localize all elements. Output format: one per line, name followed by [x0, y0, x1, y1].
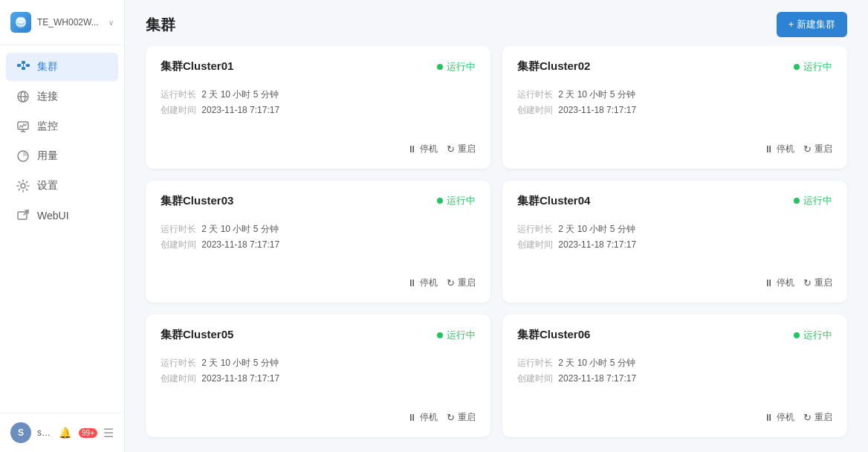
restart-label: 重启 — [814, 411, 832, 424]
card-actions: ⏸ 停机 ↻ 重启 — [161, 411, 476, 424]
status-badge: 运行中 — [794, 194, 832, 207]
cluster-title: 集群Cluster03 — [161, 194, 233, 208]
card-actions: ⏸ 停机 ↻ 重启 — [517, 277, 832, 289]
restart-button[interactable]: ↻ 重启 — [803, 411, 832, 424]
status-label: 运行中 — [447, 329, 476, 342]
restart-button[interactable]: ↻ 重启 — [803, 143, 832, 155]
card-header: 集群Cluster01 运行中 — [161, 59, 476, 74]
status-label: 运行中 — [447, 194, 476, 207]
status-dot-icon — [794, 64, 800, 70]
new-cluster-button[interactable]: + 新建集群 — [777, 12, 847, 37]
uptime-label: 运行时长 — [161, 358, 196, 368]
restart-button[interactable]: ↻ 重启 — [447, 411, 476, 424]
status-badge: 运行中 — [437, 329, 476, 342]
svg-rect-4 — [22, 61, 25, 64]
created-row: 创建时间 2023-11-18 7:17:17 — [517, 239, 832, 251]
created-row: 创建时间 2023-11-18 7:17:17 — [161, 104, 476, 117]
created-value: 2023-11-18 7:17:17 — [201, 373, 279, 384]
status-label: 运行中 — [803, 194, 832, 207]
restart-label: 重启 — [814, 143, 832, 155]
sidebar-item-webui[interactable]: WebUI — [6, 201, 118, 230]
sidebar-item-usage-label: 用量 — [37, 149, 58, 163]
stop-label: 停机 — [777, 277, 794, 289]
page-header: 集群 + 新建集群 — [125, 0, 868, 46]
bell-icon[interactable]: 🔔 — [59, 427, 71, 439]
status-dot-icon — [794, 332, 800, 338]
created-value: 2023-11-18 7:17:17 — [558, 373, 636, 384]
sidebar-item-cluster[interactable]: 集群 — [6, 53, 118, 81]
main-content: 集群 + 新建集群 集群Cluster01 运行中 运行时长 2 天 10 小时… — [125, 0, 868, 452]
card-actions: ⏸ 停机 ↻ 重启 — [517, 143, 832, 155]
stop-label: 停机 — [420, 411, 438, 424]
sidebar-item-monitor-label: 监控 — [37, 120, 58, 133]
menu-icon[interactable]: ☰ — [103, 426, 114, 440]
restart-button[interactable]: ↻ 重启 — [447, 277, 476, 289]
sidebar: TE_WH002W... ∨ 集群 — [0, 0, 125, 452]
cluster-grid: 集群Cluster01 运行中 运行时长 2 天 10 小时 5 分钟 创建时间… — [125, 46, 868, 452]
stop-icon: ⏸ — [407, 412, 417, 423]
uptime-row: 运行时长 2 天 10 小时 5 分钟 — [517, 223, 832, 236]
uptime-label: 运行时长 — [517, 224, 553, 234]
stop-button[interactable]: ⏸ 停机 — [764, 277, 794, 289]
cluster-info: 运行时长 2 天 10 小时 5 分钟 创建时间 2023-11-18 7:17… — [161, 357, 476, 385]
avatar: S — [10, 422, 31, 443]
restart-label: 重启 — [458, 277, 476, 289]
cluster-title: 集群Cluster02 — [517, 59, 590, 74]
usage-icon — [16, 149, 30, 163]
chevron-down-icon: ∨ — [108, 19, 114, 27]
username-label: songjia... — [37, 427, 53, 438]
restart-button[interactable]: ↻ 重启 — [803, 277, 832, 289]
stop-label: 停机 — [420, 143, 438, 155]
status-badge: 运行中 — [437, 60, 476, 74]
card-header: 集群Cluster03 运行中 — [161, 194, 476, 208]
restart-icon: ↻ — [803, 412, 812, 423]
status-badge: 运行中 — [794, 329, 832, 342]
cluster-info: 运行时长 2 天 10 小时 5 分钟 创建时间 2023-11-18 7:17… — [161, 88, 476, 117]
cluster-title: 集群Cluster06 — [517, 328, 590, 342]
uptime-value: 2 天 10 小时 5 分钟 — [201, 358, 278, 368]
svg-rect-3 — [17, 64, 21, 67]
cluster-info: 运行时长 2 天 10 小时 5 分钟 创建时间 2023-11-18 7:17… — [517, 223, 832, 251]
stop-button[interactable]: ⏸ 停机 — [407, 277, 438, 289]
created-label: 创建时间 — [517, 105, 553, 115]
restart-icon: ↻ — [447, 143, 455, 155]
restart-icon: ↻ — [803, 143, 812, 155]
uptime-label: 运行时长 — [517, 89, 553, 100]
restart-label: 重启 — [814, 277, 832, 289]
status-dot-icon — [794, 198, 800, 204]
cluster-card-cluster03: 集群Cluster03 运行中 运行时长 2 天 10 小时 5 分钟 创建时间… — [146, 181, 490, 303]
cluster-title: 集群Cluster05 — [161, 328, 233, 342]
sidebar-item-monitor[interactable]: 监控 — [6, 112, 118, 141]
sidebar-item-connect[interactable]: 连接 — [6, 83, 118, 111]
created-label: 创建时间 — [161, 239, 196, 250]
status-dot-icon — [437, 332, 443, 338]
card-actions: ⏸ 停机 ↻ 重启 — [161, 143, 476, 155]
created-row: 创建时间 2023-11-18 7:17:17 — [517, 104, 832, 117]
created-value: 2023-11-18 7:17:17 — [201, 105, 279, 115]
svg-line-19 — [24, 210, 28, 215]
stop-icon: ⏸ — [407, 143, 417, 155]
sidebar-item-usage[interactable]: 用量 — [6, 142, 118, 170]
stop-button[interactable]: ⏸ 停机 — [407, 411, 438, 424]
sidebar-item-settings-label: 设置 — [37, 179, 58, 193]
card-actions: ⏸ 停机 ↻ 重启 — [517, 411, 832, 424]
stop-icon: ⏸ — [764, 143, 774, 155]
uptime-value: 2 天 10 小时 5 分钟 — [558, 358, 635, 368]
gear-icon — [16, 179, 30, 193]
created-label: 创建时间 — [517, 239, 553, 250]
uptime-row: 运行时长 2 天 10 小时 5 分钟 — [161, 223, 476, 236]
uptime-label: 运行时长 — [161, 89, 196, 100]
svg-rect-5 — [22, 67, 25, 70]
stop-button[interactable]: ⏸ 停机 — [407, 143, 438, 155]
status-badge: 运行中 — [794, 60, 832, 74]
restart-label: 重启 — [458, 411, 476, 424]
app-logo[interactable]: TE_WH002W... ∨ — [0, 0, 124, 45]
stop-button[interactable]: ⏸ 停机 — [764, 411, 794, 424]
uptime-value: 2 天 10 小时 5 分钟 — [201, 224, 278, 234]
stop-button[interactable]: ⏸ 停机 — [764, 143, 794, 155]
restart-button[interactable]: ↻ 重启 — [447, 143, 476, 155]
uptime-label: 运行时长 — [517, 358, 553, 368]
uptime-value: 2 天 10 小时 5 分钟 — [201, 89, 278, 100]
sidebar-item-settings[interactable]: 设置 — [6, 172, 118, 200]
cluster-card-cluster01: 集群Cluster01 运行中 运行时长 2 天 10 小时 5 分钟 创建时间… — [146, 46, 490, 169]
